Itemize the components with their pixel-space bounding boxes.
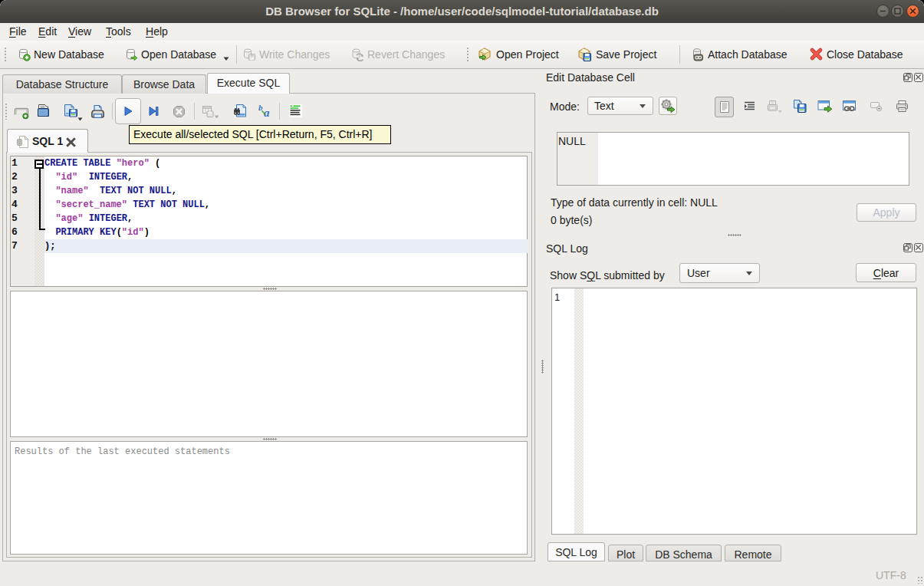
svg-text:a: a (264, 107, 270, 117)
